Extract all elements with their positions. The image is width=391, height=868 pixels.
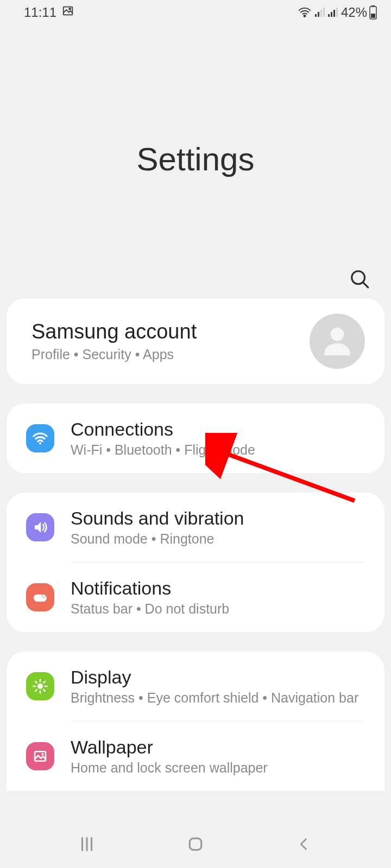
svg-rect-13	[371, 14, 375, 18]
settings-group-sound-notifications: Sounds and vibration Sound mode • Ringto…	[7, 493, 384, 632]
svg-point-31	[41, 753, 43, 755]
search-icon	[349, 269, 370, 291]
recents-button[interactable]	[65, 829, 109, 861]
svg-line-29	[43, 681, 45, 683]
svg-line-26	[35, 681, 37, 683]
account-title: Samsung account	[31, 320, 310, 343]
row-subtitle: Brightness • Eye comfort shield • Naviga…	[71, 690, 365, 706]
row-title: Sounds and vibration	[71, 508, 365, 529]
row-title: Notifications	[71, 578, 365, 599]
settings-group-display-wallpaper: Display Brightness • Eye comfort shield …	[7, 652, 384, 791]
hero-header: Settings	[0, 25, 391, 298]
status-right: 42%	[298, 5, 377, 20]
svg-point-2	[304, 15, 305, 17]
row-subtitle: Sound mode • Ringtone	[71, 531, 365, 547]
status-bar: 11:11	[0, 0, 391, 25]
home-button[interactable]	[174, 829, 217, 861]
row-subtitle: Home and lock screen wallpaper	[71, 760, 365, 776]
svg-line-28	[35, 690, 37, 691]
samsung-account-card[interactable]: Samsung account Profile • Security • App…	[7, 298, 384, 384]
svg-rect-30	[35, 751, 46, 761]
svg-line-27	[43, 690, 45, 691]
svg-point-21	[37, 684, 43, 689]
page-title: Settings	[137, 141, 255, 178]
svg-rect-4	[318, 12, 319, 17]
row-title: Wallpaper	[71, 737, 365, 758]
svg-point-1	[69, 8, 71, 10]
image-icon	[26, 742, 54, 770]
recents-icon	[78, 835, 96, 856]
signal-1-icon	[314, 7, 325, 18]
svg-rect-8	[331, 12, 332, 17]
settings-group-connections: Connections Wi-Fi • Bluetooth • Flight m…	[7, 404, 384, 473]
row-notifications[interactable]: Notifications Status bar • Do not distur…	[7, 563, 384, 632]
svg-rect-10	[336, 8, 338, 17]
sun-icon	[26, 672, 54, 700]
volume-icon	[26, 513, 54, 541]
svg-rect-9	[333, 10, 335, 17]
row-title: Display	[71, 667, 365, 688]
row-subtitle: Status bar • Do not disturb	[71, 601, 365, 617]
row-sounds[interactable]: Sounds and vibration Sound mode • Ringto…	[7, 493, 384, 562]
search-button[interactable]	[348, 268, 371, 292]
svg-rect-3	[315, 14, 317, 17]
row-connections[interactable]: Connections Wi-Fi • Bluetooth • Flight m…	[7, 404, 384, 473]
svg-rect-7	[328, 14, 330, 17]
wifi-icon	[26, 424, 54, 452]
row-title: Connections	[71, 419, 365, 440]
home-icon	[187, 835, 204, 855]
avatar[interactable]	[310, 314, 365, 369]
android-nav-bar	[0, 822, 391, 868]
svg-point-20	[42, 595, 45, 597]
back-button[interactable]	[282, 829, 326, 861]
notification-icon	[26, 583, 54, 611]
account-subtitle: Profile • Security • Apps	[31, 347, 310, 362]
svg-rect-5	[320, 10, 322, 17]
row-display[interactable]: Display Brightness • Eye comfort shield …	[7, 652, 384, 721]
svg-line-15	[363, 283, 368, 288]
svg-rect-37	[190, 838, 201, 850]
status-left: 11:11	[24, 5, 74, 20]
svg-rect-6	[323, 8, 325, 17]
row-wallpaper[interactable]: Wallpaper Home and lock screen wallpaper	[7, 722, 384, 791]
signal-2-icon	[327, 7, 338, 18]
svg-point-16	[331, 328, 344, 341]
person-icon	[319, 322, 356, 361]
battery-percent: 42%	[341, 5, 367, 20]
status-time: 11:11	[24, 5, 56, 20]
battery-icon	[369, 5, 377, 20]
svg-point-17	[39, 442, 41, 444]
svg-point-14	[352, 271, 365, 284]
back-icon	[297, 837, 312, 854]
wifi-status-icon	[298, 7, 312, 18]
gallery-icon	[62, 5, 74, 20]
row-subtitle: Wi-Fi • Bluetooth • Flight mode	[71, 442, 365, 458]
